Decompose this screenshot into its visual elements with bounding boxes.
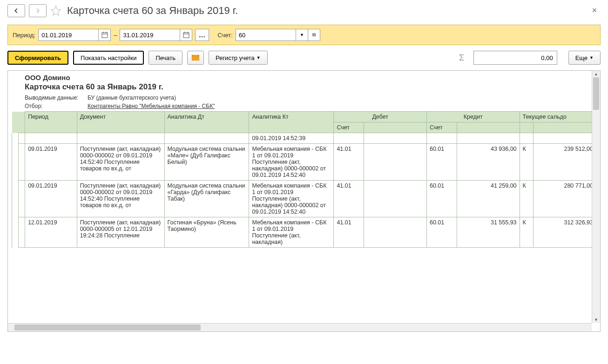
col-credit-sum — [457, 122, 520, 133]
cell: Поступление (акт, накладная) 0000-000002… — [77, 144, 164, 181]
calendar-to-button[interactable] — [180, 29, 192, 41]
scroll-up-icon: ▲ — [592, 71, 600, 77]
date-dash: – — [114, 32, 117, 39]
date-from-input[interactable] — [38, 29, 99, 41]
arrow-right-icon — [34, 7, 41, 14]
svg-rect-4 — [183, 33, 189, 38]
cell — [520, 133, 533, 144]
cell: Модульная система спальни «Гарда» (Дуб г… — [164, 181, 249, 217]
cell — [12, 144, 19, 181]
chevron-down-icon: ▼ — [257, 55, 261, 60]
cell — [364, 144, 426, 181]
account-open-button[interactable]: ⧉ — [308, 29, 320, 41]
col-bal-dc — [520, 122, 533, 133]
col-period: Период — [25, 112, 77, 133]
report-table: Период Документ Аналитика Дт Аналитика К… — [12, 111, 596, 248]
more-button[interactable]: Еще ▼ — [568, 51, 601, 65]
cell — [364, 181, 426, 217]
cell: 60.01 — [426, 181, 457, 217]
cell: 31 555,93 — [457, 217, 520, 248]
period-picker-button[interactable]: ... — [195, 29, 209, 41]
cell: 09.01.2019 14:52:39 — [249, 133, 334, 144]
cell: К — [520, 181, 533, 217]
cell: К — [520, 144, 533, 181]
col-document: Документ — [77, 112, 164, 133]
report-area: ООО Домино Карточка счета 60 за Январь 2… — [7, 70, 601, 332]
meta-data-value: БУ (данные бухгалтерского учета) — [88, 94, 176, 101]
cell — [426, 133, 457, 144]
cell — [164, 133, 249, 144]
cell: 41.01 — [334, 144, 364, 181]
register-button[interactable]: Регистр учета ▼ — [209, 51, 268, 65]
cell: Модульная система спальни «Мале» (Дуб Га… — [164, 144, 249, 181]
cell — [364, 133, 426, 144]
cell — [364, 217, 426, 248]
cell: 280 771,00 — [533, 181, 596, 217]
table-row[interactable]: 09.01.2019Поступление (акт, накладная) 0… — [12, 144, 596, 181]
cell — [12, 133, 19, 144]
cell: Поступление (акт, накладная) 0000-000002… — [77, 181, 164, 217]
arrow-left-icon — [13, 7, 20, 14]
cell: Мебельная компания - СБК 1 от 09.01.2019… — [249, 181, 334, 217]
star-icon[interactable] — [50, 5, 61, 16]
filter-label: Отбор: — [25, 103, 88, 109]
close-button[interactable]: × — [588, 4, 601, 17]
print-button[interactable]: Печать — [149, 51, 182, 65]
col-debit-acc: Счет — [334, 122, 364, 133]
vertical-scrollbar[interactable]: ▲ ▼ — [592, 71, 600, 323]
svg-rect-0 — [102, 33, 108, 38]
account-input[interactable] — [236, 29, 296, 41]
date-to-input[interactable] — [120, 29, 180, 41]
calendar-icon — [101, 32, 108, 38]
col-debit-sum — [364, 122, 426, 133]
table-row[interactable]: 12.01.2019Поступление (акт, накладная) 0… — [12, 217, 596, 248]
account-dropdown-button[interactable]: ▼ — [296, 29, 308, 41]
cell — [12, 217, 19, 248]
table-row[interactable]: 09.01.2019 14:52:39 — [12, 133, 596, 144]
cell — [19, 133, 25, 144]
calendar-from-button[interactable] — [99, 29, 111, 41]
horizontal-scrollbar[interactable] — [8, 323, 592, 331]
col-an-dt: Аналитика Дт — [164, 112, 249, 133]
cell: 09.01.2019 — [25, 144, 77, 181]
account-label: Счет: — [217, 32, 232, 39]
nav-back-button[interactable] — [7, 4, 25, 17]
open-icon: ⧉ — [312, 32, 316, 38]
cell: 12.01.2019 — [25, 217, 77, 248]
col-bal-sum — [533, 122, 596, 133]
show-settings-button[interactable]: Показать настройки — [73, 51, 144, 65]
col-credit-acc: Счет — [426, 122, 457, 133]
scroll-thumb[interactable] — [593, 77, 599, 110]
mail-icon — [192, 55, 199, 61]
col-debit: Дебет — [334, 112, 427, 122]
cell: К — [520, 217, 533, 248]
chevron-down-icon: ▼ — [300, 33, 304, 37]
register-label: Регистр учета — [216, 54, 255, 61]
cell: Поступление (акт, накладная) 0000-000005… — [77, 217, 164, 248]
sum-input[interactable] — [473, 51, 557, 65]
page-title: Карточка счета 60 за Январь 2019 г. — [67, 5, 238, 17]
scroll-thumb[interactable] — [14, 324, 201, 330]
cell: 41.01 — [334, 217, 364, 248]
table-row[interactable]: 09.01.2019Поступление (акт, накладная) 0… — [12, 181, 596, 217]
toolbar: Сформировать Показать настройки Печать Р… — [0, 45, 608, 70]
cell: 60.01 — [426, 144, 457, 181]
cell — [25, 133, 77, 144]
meta-data-label: Выводимые данные: — [25, 94, 88, 101]
cell: 239 512,00 — [533, 144, 596, 181]
col-credit: Кредит — [426, 112, 520, 122]
calendar-icon — [183, 32, 189, 38]
chevron-down-icon: ▼ — [589, 55, 594, 60]
mail-button[interactable] — [187, 51, 204, 65]
cell — [533, 133, 596, 144]
cell: Гостиная «Бруна» (Ясень Таормино) — [164, 217, 249, 248]
cell: 60.01 — [426, 217, 457, 248]
cell — [19, 217, 25, 248]
cell — [19, 181, 25, 217]
generate-button[interactable]: Сформировать — [7, 51, 68, 65]
report-title: Карточка счета 60 за Январь 2019 г. — [25, 82, 596, 92]
scroll-down-icon: ▼ — [592, 317, 600, 323]
sigma-icon: Σ — [455, 51, 469, 65]
nav-forward-button[interactable] — [29, 4, 47, 17]
cell: 41 259,00 — [457, 181, 520, 217]
